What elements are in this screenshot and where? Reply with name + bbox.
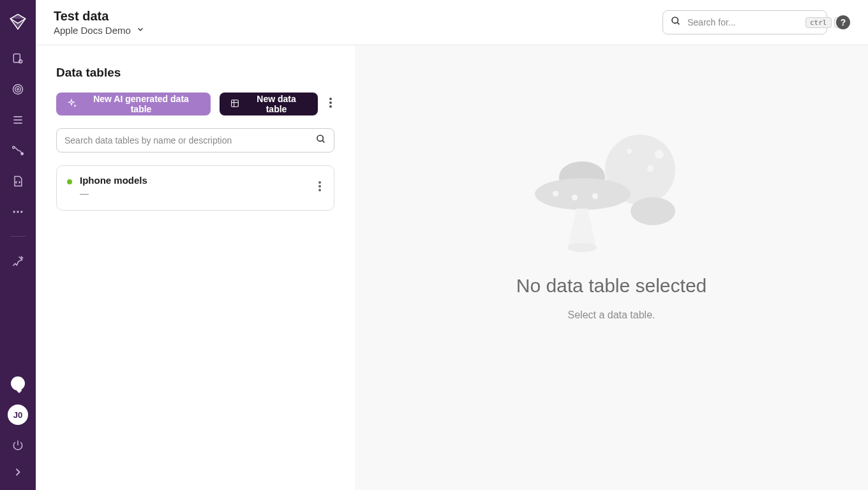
sidebar: J0: [0, 0, 36, 490]
table-search[interactable]: [56, 128, 334, 152]
new-ai-table-label: New AI generated data table: [82, 94, 200, 114]
page-title: Test data: [54, 9, 145, 24]
empty-state-title: No data table selected: [516, 275, 707, 297]
chevron-down-icon: [136, 25, 145, 36]
detail-panel: No data table selected Select a data tab…: [355, 45, 868, 490]
project-name: Apple Docs Demo: [54, 25, 131, 36]
status-dot-icon: [67, 179, 72, 184]
svg-point-8: [13, 146, 15, 148]
table-name: Iphone models: [80, 175, 147, 186]
personas-icon[interactable]: [11, 52, 24, 65]
svg-line-22: [322, 140, 324, 142]
user-avatar[interactable]: J0: [8, 405, 28, 425]
app-logo[interactable]: [9, 13, 27, 31]
svg-point-9: [21, 152, 23, 154]
svg-point-2: [13, 85, 23, 94]
nav-divider: [10, 236, 26, 237]
table-icon: [230, 98, 240, 110]
svg-point-24: [318, 185, 321, 188]
svg-point-1: [19, 60, 22, 63]
empty-state-subtitle: Select a data table.: [568, 309, 655, 321]
target-icon[interactable]: [11, 83, 24, 96]
chat-icon[interactable]: [11, 376, 25, 390]
table-description: —: [80, 188, 147, 198]
section-heading: Data tables: [56, 66, 334, 80]
new-table-button[interactable]: New data table: [220, 93, 318, 115]
help-button[interactable]: ?: [836, 15, 850, 29]
svg-point-23: [318, 181, 321, 184]
empty-state-illustration: [528, 122, 694, 256]
project-selector[interactable]: Apple Docs Demo: [54, 25, 145, 36]
svg-point-4: [17, 89, 19, 91]
svg-rect-15: [232, 100, 239, 107]
svg-point-13: [672, 17, 678, 23]
new-ai-table-button[interactable]: New AI generated data table: [56, 93, 211, 115]
more-icon[interactable]: [11, 205, 24, 218]
svg-line-14: [677, 22, 679, 24]
sparkle-icon: [66, 98, 77, 110]
power-icon[interactable]: [11, 439, 24, 452]
kbd-ctrl: ctrl: [805, 17, 832, 28]
svg-point-3: [15, 87, 20, 92]
panel-more-button[interactable]: [327, 95, 334, 113]
global-search-input[interactable]: [687, 17, 799, 27]
svg-point-18: [329, 98, 332, 100]
global-search[interactable]: ctrl K: [662, 10, 827, 34]
list-icon[interactable]: [11, 114, 24, 126]
code-file-icon[interactable]: [11, 175, 24, 188]
table-search-input[interactable]: [64, 135, 311, 145]
table-item-more-button[interactable]: [316, 179, 324, 197]
search-icon: [316, 134, 326, 147]
search-icon: [671, 16, 681, 29]
svg-point-19: [329, 101, 332, 104]
expand-chevron-icon[interactable]: [11, 466, 24, 479]
flow-icon[interactable]: [11, 144, 24, 157]
svg-point-25: [318, 189, 321, 191]
svg-point-12: [20, 211, 22, 212]
svg-point-21: [317, 135, 323, 141]
table-list-item[interactable]: Iphone models —: [56, 165, 334, 211]
svg-point-20: [329, 105, 332, 108]
svg-point-10: [13, 211, 15, 212]
pin-sparkle-icon[interactable]: [11, 255, 24, 267]
new-table-label: New data table: [245, 94, 308, 114]
svg-point-11: [17, 211, 19, 212]
left-panel: Data tables New AI generated data table …: [36, 45, 355, 490]
top-header: Test data Apple Docs Demo ctrl K ?: [36, 0, 868, 45]
